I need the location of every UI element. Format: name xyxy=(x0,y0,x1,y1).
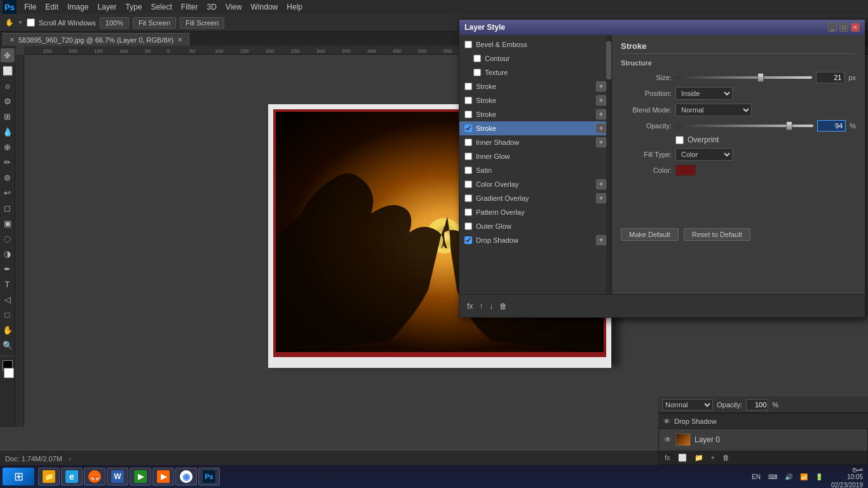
dodge-tool[interactable]: ◑ xyxy=(1,247,15,261)
style-item-inner-shadow[interactable]: Inner Shadow + xyxy=(459,135,611,149)
fx-icon[interactable]: fx xyxy=(466,301,474,312)
blend-mode-dropdown[interactable]: Normal xyxy=(662,399,713,410)
bevel-checkbox[interactable] xyxy=(465,41,472,48)
style-item-inner-glow[interactable]: Inner Glow xyxy=(459,149,611,163)
menu-window[interactable]: Window xyxy=(247,1,282,13)
taskbar-ie[interactable]: e xyxy=(61,468,83,485)
contour-checkbox[interactable] xyxy=(473,55,481,62)
arrow-indicator[interactable]: › xyxy=(69,455,71,463)
taskbar-explorer[interactable]: 📁 xyxy=(38,468,60,485)
delete-icon[interactable]: 🗑 xyxy=(498,301,508,312)
tray-keyboard[interactable]: ⌨ xyxy=(766,472,780,482)
close-btn[interactable]: ✕ xyxy=(851,23,860,32)
clone-stamp-tool[interactable]: ⊚ xyxy=(1,170,15,184)
menu-select[interactable]: Select xyxy=(147,1,175,13)
size-slider-track[interactable] xyxy=(675,76,812,79)
eraser-tool[interactable]: ◻ xyxy=(1,201,15,215)
size-slider-thumb[interactable] xyxy=(757,73,764,82)
eyedropper-tool[interactable]: 💧 xyxy=(1,125,15,139)
drop-shadow-checkbox[interactable] xyxy=(465,236,472,244)
move-tool[interactable]: ✥ xyxy=(1,48,15,62)
menu-3d[interactable]: 3D xyxy=(203,1,220,13)
size-input[interactable] xyxy=(816,72,844,83)
scroll-all-checkbox[interactable] xyxy=(27,18,35,27)
stroke4-checkbox[interactable] xyxy=(465,125,472,132)
add-mask-btn[interactable]: ⬜ xyxy=(676,453,689,463)
taskbar-media2[interactable]: ▶ xyxy=(153,468,174,485)
gradient-tool[interactable]: ▣ xyxy=(1,216,15,230)
fill-type-select[interactable]: Color Gradient Pattern xyxy=(675,148,733,161)
taskbar-chrome[interactable]: ◉ xyxy=(175,468,197,485)
inner-shadow-checkbox[interactable] xyxy=(465,139,472,146)
taskbar-firefox[interactable]: 🦊 xyxy=(84,468,105,485)
stroke3-checkbox[interactable] xyxy=(465,111,472,118)
eye-icon-drop-shadow[interactable]: 👁 xyxy=(663,417,670,425)
opacity-slider-thumb[interactable] xyxy=(786,121,792,130)
history-brush-tool[interactable]: ↩ xyxy=(1,186,15,200)
lasso-tool[interactable]: ⌾ xyxy=(1,79,15,93)
style-item-stroke1[interactable]: Stroke + xyxy=(459,79,611,93)
style-item-stroke4[interactable]: Stroke + xyxy=(459,121,611,135)
zoom-value[interactable]: 100% xyxy=(100,17,129,29)
overprint-checkbox[interactable] xyxy=(675,136,684,144)
hand-tool[interactable]: ✋ xyxy=(1,323,15,337)
blend-mode-select[interactable]: Normal Dissolve Multiply Screen xyxy=(675,104,752,116)
pen-tool[interactable]: ✒ xyxy=(1,262,15,276)
menu-view[interactable]: View xyxy=(222,1,246,13)
zoom-tool[interactable]: 🔍 xyxy=(1,338,15,352)
move-down-icon[interactable]: ↓ xyxy=(488,301,494,312)
satin-checkbox[interactable] xyxy=(465,166,472,174)
brush-tool[interactable]: ✏ xyxy=(1,155,15,169)
taskbar-word[interactable]: W xyxy=(107,468,128,485)
pattern-overlay-checkbox[interactable] xyxy=(465,208,472,216)
minimize-btn[interactable]: _ xyxy=(828,23,837,32)
rectangle-tool[interactable]: □ xyxy=(1,308,15,322)
outer-glow-checkbox[interactable] xyxy=(465,222,472,230)
style-item-contour[interactable]: Contour xyxy=(459,51,611,65)
path-selection-tool[interactable]: ◁ xyxy=(1,292,15,306)
position-select[interactable]: Inside Outside Center xyxy=(675,87,733,100)
gradient-overlay-plus[interactable]: + xyxy=(596,193,606,203)
tab-close-x[interactable]: ✕ xyxy=(10,36,15,43)
menu-filter[interactable]: Filter xyxy=(177,1,202,13)
type-tool[interactable]: T xyxy=(1,277,15,291)
scrollbar-track[interactable] xyxy=(606,35,611,294)
quick-select-tool[interactable]: ⚙ xyxy=(1,94,15,108)
stroke1-plus[interactable]: + xyxy=(596,81,606,92)
spot-healing-tool[interactable]: ⊕ xyxy=(1,140,15,154)
opacity-slider-track[interactable] xyxy=(675,125,813,127)
stroke4-plus[interactable]: + xyxy=(596,123,606,133)
menu-layer[interactable]: Layer xyxy=(93,1,120,13)
reset-default-btn[interactable]: Reset to Default xyxy=(684,228,750,241)
tray-network[interactable]: 📶 xyxy=(797,472,810,482)
stroke2-plus[interactable]: + xyxy=(596,95,606,105)
drop-shadow-plus[interactable]: + xyxy=(596,235,606,245)
opacity-input-layers[interactable] xyxy=(746,399,768,410)
stroke3-plus[interactable]: + xyxy=(596,109,606,119)
color-overlay-checkbox[interactable] xyxy=(465,180,472,188)
rectangle-select-tool[interactable]: ⬜ xyxy=(1,64,15,78)
maximize-btn[interactable]: □ xyxy=(839,23,848,32)
crop-tool[interactable]: ⊞ xyxy=(1,109,15,123)
scrollbar-thumb[interactable] xyxy=(606,41,611,79)
texture-checkbox[interactable] xyxy=(473,69,481,76)
stroke1-checkbox[interactable] xyxy=(465,83,472,90)
delete-layer-btn[interactable]: 🗑 xyxy=(721,453,731,462)
gradient-overlay-checkbox[interactable] xyxy=(465,194,472,202)
style-item-color-overlay[interactable]: Color Overlay + xyxy=(459,177,611,191)
opacity-input[interactable] xyxy=(817,120,846,132)
layers-fx-btn[interactable]: fx xyxy=(663,453,672,462)
layer-visibility-eye[interactable]: 👁 xyxy=(664,435,672,444)
new-layer-btn[interactable]: + xyxy=(709,453,717,462)
tab-close-x2[interactable]: ✕ xyxy=(177,36,182,43)
tray-battery[interactable]: 🔋 xyxy=(813,472,825,482)
style-item-stroke2[interactable]: Stroke + xyxy=(459,93,611,107)
new-group-btn[interactable]: 📁 xyxy=(693,453,705,463)
style-item-satin[interactable]: Satin xyxy=(459,163,611,177)
taskbar-media1[interactable]: ▶ xyxy=(130,468,151,485)
stroke2-checkbox[interactable] xyxy=(465,97,472,104)
document-tab[interactable]: ✕ 583895_960_720.jpg @ 66.7% (Layer 0, R… xyxy=(3,33,189,46)
style-item-drop-shadow[interactable]: Drop Shadow + xyxy=(459,233,611,247)
menu-help[interactable]: Help xyxy=(283,1,306,13)
menu-type[interactable]: Type xyxy=(121,1,146,13)
